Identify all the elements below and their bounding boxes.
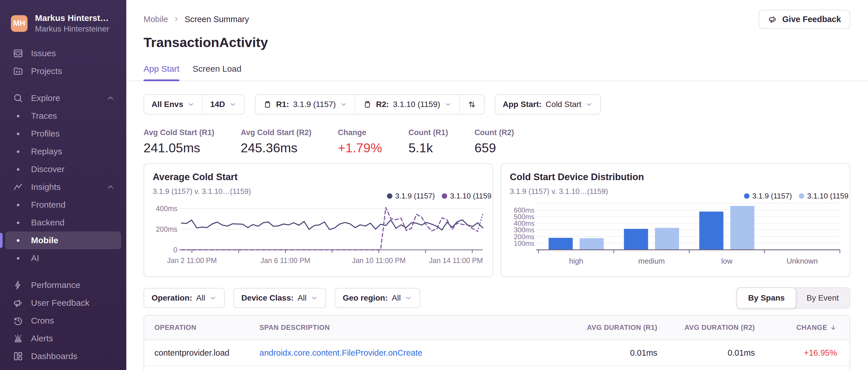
chevron-down-icon [209,294,217,302]
sidebar-item-alerts[interactable]: Alerts [0,330,126,347]
svg-text:medium: medium [639,257,665,265]
device-class-filter[interactable]: Device Class: All [234,288,326,308]
sidebar-item-label: Crons [31,316,126,326]
legend-item[interactable]: 3.1.10 (1159 [799,192,848,201]
sidebar-item-frontend[interactable]: •Frontend [0,196,126,214]
issues-icon [12,48,24,59]
sidebar-item-releases[interactable]: Releases [0,365,126,370]
metric-value: 659 [474,140,514,156]
appstart-value: Cold Start [546,100,582,109]
metric-avg-cold-start-r1-: Avg Cold Start (R1)241.05ms [144,128,214,156]
user-menu[interactable]: MH Markus Hinterst… Markus Hintersteiner [0,0,126,34]
legend-label: 3.1.10 (1159 [807,192,848,201]
cell-operation: contentprovider.load [144,348,249,358]
change-label: CHANGE [796,324,827,332]
release-r2-selector[interactable]: R2: 3.1.10 (1159) [355,95,459,114]
sidebar-item-label: Alerts [31,334,126,343]
geo-region-filter[interactable]: Geo region: All [335,288,420,308]
col-avg-duration-r2[interactable]: AVG DURATION (R2) [670,324,768,332]
release-r1-selector[interactable]: R1: 3.1.9 (1157) [255,95,355,114]
sidebar-item-discover[interactable]: •Discover [0,160,126,178]
metrics-row: Avg Cold Start (R1)241.05msAvg Cold Star… [144,128,850,156]
page-title: TransactionActivity [144,34,850,50]
sidebar-item-label: Replays [31,146,126,156]
cell-span-description-link[interactable]: androidx.core.content.FileProvider.onCre… [249,348,569,358]
metric-label: Avg Cold Start (R2) [241,128,312,137]
col-operation[interactable]: OPERATION [144,324,249,332]
megaphone-icon [12,297,24,308]
sidebar-item-issues[interactable]: Issues [0,44,126,62]
svg-text:Unknown: Unknown [787,257,818,265]
chevron-right-icon [173,15,180,23]
device-distribution-chart-card: Cold Start Device Distribution 3.1.9 (11… [501,164,850,277]
chevron-up-icon [106,94,115,102]
sidebar-item-performance[interactable]: Performance [0,276,126,294]
sidebar-item-label: Traces [31,111,126,121]
operation-value: All [196,294,205,303]
metric-label: Avg Cold Start (R1) [144,128,214,137]
swap-releases-button[interactable] [459,95,484,114]
toggle-by-spans[interactable]: By Spans [737,288,796,309]
siren-icon [12,333,24,344]
chart-title: Average Cold Start [153,171,493,182]
sidebar-item-explore[interactable]: Explore [0,89,126,107]
sidebar-item-ai[interactable]: •AI [0,249,126,267]
sidebar-item-label: Explore [31,93,106,103]
environment-value: All Envs [152,100,183,109]
sidebar-item-user-feedback[interactable]: User Feedback [0,294,126,312]
svg-text:Jan 10 11:00 PM: Jan 10 11:00 PM [352,257,406,264]
env-daterange-group: All Envs 14D [144,94,245,114]
breadcrumb-mobile[interactable]: Mobile [144,14,168,24]
sidebar-item-backend[interactable]: •Backend [0,214,126,232]
sidebar-item-traces[interactable]: •Traces [0,107,126,125]
filter-row-secondary: Operation: All Device Class: All Geo reg… [144,288,850,309]
user-name: Markus Hinterst… [35,13,109,23]
toggle-by-event[interactable]: By Event [796,288,849,308]
legend-label: 3.1.10 (1159 [450,192,491,201]
legend-dot-icon [387,193,392,199]
sidebar-item-projects[interactable]: Projects [0,62,126,80]
sidebar-item-crons[interactable]: Crons [0,312,126,330]
col-change[interactable]: CHANGE [768,324,849,332]
table-body: contentprovider.loadandroidx.core.conten… [144,340,849,366]
sort-arrow-down-icon [830,324,837,331]
sidebar-item-dashboards[interactable]: Dashboards [0,347,126,365]
r2-value: 3.1.10 (1159) [393,100,440,109]
cell-change: +16.95% [768,348,849,358]
line-chart-svg: 400ms200ms0Jan 2 11:00 PMJan 6 11:00 PMJ… [153,200,485,272]
daterange-value: 14D [210,100,225,109]
metric-value: 5.1k [408,140,448,156]
legend-item[interactable]: 3.1.10 (1159 [442,192,491,201]
col-span-description[interactable]: SPAN DESCRIPTION [249,324,569,332]
give-feedback-button[interactable]: Give Feedback [758,10,850,29]
spans-table: OPERATION SPAN DESCRIPTION AVG DURATION … [144,315,850,370]
cell-avg-duration-r1: 0.01ms [569,348,670,358]
sidebar-item-profiles[interactable]: •Profiles [0,125,126,142]
appstart-type-filter[interactable]: App Start: Cold Start [495,95,600,114]
operation-filter[interactable]: Operation: All [144,288,225,308]
daterange-filter[interactable]: 14D [202,95,244,114]
chevron-down-icon [444,101,452,108]
search-icon [12,93,24,104]
sidebar-item-label: Profiles [31,129,126,138]
sidebar-item-replays[interactable]: •Replays [0,142,126,160]
legend-item[interactable]: 3.1.9 (1157) [387,192,435,201]
tabs-bar: App Start Screen Load [126,64,868,81]
legend-label: 3.1.9 (1157) [395,192,435,201]
geo-region-label: Geo region: [343,294,388,303]
sidebar-item-mobile[interactable]: •Mobile [5,232,121,249]
sidebar-item-insights[interactable]: Insights [0,178,126,196]
tab-app-start[interactable]: App Start [144,64,179,80]
legend-item[interactable]: 3.1.9 (1157) [744,192,792,201]
legend-label: 3.1.9 (1157) [752,192,792,201]
tab-screen-load[interactable]: Screen Load [193,64,241,80]
metric-count-r1-: Count (R1)5.1k [408,128,448,156]
insights-icon [12,181,24,193]
col-avg-duration-r1[interactable]: AVG DURATION (R1) [569,324,670,332]
sidebar-item-label: Insights [31,182,106,192]
chevron-down-icon [187,101,195,108]
legend-dot-icon [442,193,447,199]
chevron-down-icon [229,101,237,108]
svg-text:Jan 2 11:00 PM: Jan 2 11:00 PM [167,257,217,264]
environment-filter[interactable]: All Envs [144,95,202,114]
